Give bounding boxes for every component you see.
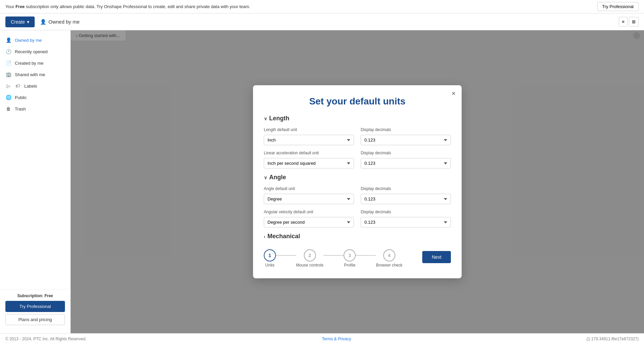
- label-folder-icon: 🏷: [15, 83, 21, 89]
- angle-decimals-select[interactable]: 0.1 0.12 0.123 0.1234: [361, 194, 451, 204]
- angle-chevron-icon: ∨: [264, 175, 267, 180]
- step-label-1: Units: [265, 263, 274, 268]
- try-professional-sidebar-button[interactable]: Try Professional: [5, 301, 65, 312]
- step-label-2: Mouse controls: [296, 263, 323, 268]
- sidebar-item-public[interactable]: 🌐 Public: [0, 92, 70, 103]
- page-footer: © 2013 - 2024, PTC Inc. All Rights Reser…: [0, 333, 644, 344]
- step-connector-3-4: [356, 255, 376, 256]
- list-view-button[interactable]: ≡: [619, 17, 628, 27]
- tag-icon: ▷: [5, 83, 11, 89]
- user-circle-icon: 👤: [5, 37, 11, 43]
- accel-decimals-group: Display decimals 0.1 0.12 0.123 0.1234: [361, 151, 451, 168]
- length-unit-select[interactable]: Inch Millimeter Centimeter Meter Foot Ya…: [264, 135, 354, 145]
- toolbar: Create ▾ 👤 Owned by me ≡ ⊞: [0, 13, 644, 30]
- step-circle-3: 3: [344, 249, 356, 261]
- sidebar-item-labels[interactable]: ▷ 🏷 Labels: [0, 80, 70, 92]
- globe-icon: 🌐: [5, 94, 11, 100]
- step-2: 2 Mouse controls: [296, 249, 323, 268]
- length-chevron-icon: ∨: [264, 116, 267, 121]
- user-icon: 👤: [40, 19, 46, 25]
- step-label-4: Browser check: [376, 263, 402, 268]
- step-3: 3 Profile: [344, 249, 356, 268]
- trash-icon: 🗑: [5, 106, 11, 112]
- angvel-unit-select[interactable]: Degree per second Radian per second: [264, 217, 354, 227]
- angle-decimals-label: Display decimals: [361, 186, 451, 191]
- step-circle-1: 1: [264, 249, 276, 261]
- length-decimals-label: Display decimals: [361, 127, 451, 132]
- length-decimals-group: Display decimals 0.1 0.12 0.123 0.1234: [361, 127, 451, 145]
- angle-unit-row: Angle default unit Degree Radian Display…: [264, 186, 451, 204]
- step-circle-2: 2: [304, 249, 316, 261]
- subscription-label: Subscription: Free: [5, 293, 65, 298]
- sidebar-item-trash[interactable]: 🗑 Trash: [0, 103, 70, 115]
- step-connector-2-3: [323, 255, 344, 256]
- angvel-decimals-group: Display decimals 0.1 0.12 0.123 0.1234: [361, 210, 451, 227]
- sidebar-item-owned-by-me[interactable]: 👤 Owned by me: [0, 34, 70, 46]
- clock-icon: 🕐: [5, 49, 11, 55]
- banner-text: Your Free subscription only allows publi…: [5, 4, 250, 9]
- accel-unit-group: Linear acceleration default unit Inch pe…: [264, 151, 354, 168]
- try-professional-top-button[interactable]: Try Professional: [597, 2, 639, 11]
- accel-unit-label: Linear acceleration default unit: [264, 151, 354, 155]
- building-icon: 🏢: [5, 71, 11, 77]
- angvel-unit-group: Angular velocity default unit Degree per…: [264, 210, 354, 227]
- angle-unit-group: Angle default unit Degree Radian: [264, 186, 354, 204]
- page-title: 👤 Owned by me: [40, 19, 80, 25]
- angle-decimals-group: Display decimals 0.1 0.12 0.123 0.1234: [361, 186, 451, 204]
- angvel-unit-row: Angular velocity default unit Degree per…: [264, 210, 451, 227]
- accel-decimals-label: Display decimals: [361, 151, 451, 155]
- length-unit-row: Length default unit Inch Millimeter Cent…: [264, 127, 451, 145]
- length-unit-group: Length default unit Inch Millimeter Cent…: [264, 127, 354, 145]
- modal-close-button[interactable]: ×: [452, 90, 456, 97]
- length-unit-label: Length default unit: [264, 127, 354, 132]
- modal-overlay: × Set your default units ∨ Length Length…: [71, 30, 644, 333]
- grid-icon: ⊞: [632, 19, 636, 24]
- plans-pricing-button[interactable]: Plans and pricing: [5, 314, 65, 325]
- step-4: 4 Browser check: [376, 249, 402, 268]
- angle-unit-select[interactable]: Degree Radian: [264, 194, 354, 204]
- set-default-units-modal: × Set your default units ∨ Length Length…: [253, 85, 462, 278]
- stepper: 1 Units 2 Mouse controls: [264, 249, 402, 268]
- step-1: 1 Units: [264, 249, 276, 268]
- dropdown-arrow-icon: ▾: [27, 19, 29, 25]
- sidebar-item-shared-with-me[interactable]: 🏢 Shared with me: [0, 69, 70, 80]
- accel-decimals-select[interactable]: 0.1 0.12 0.123 0.1234: [361, 158, 451, 168]
- angle-unit-label: Angle default unit: [264, 186, 354, 191]
- app-layout: 👤 Owned by me 🕐 Recently opened 📄 Create…: [0, 30, 644, 333]
- modal-footer: 1 Units 2 Mouse controls: [264, 247, 451, 268]
- next-button[interactable]: Next: [422, 251, 451, 263]
- sidebar-item-created-by-me[interactable]: 📄 Created by me: [0, 57, 70, 69]
- mechanical-chevron-icon: ›: [264, 234, 265, 239]
- length-decimals-select[interactable]: 0.1 0.12 0.123 0.1234: [361, 135, 451, 145]
- copyright: © 2013 - 2024, PTC Inc. All Rights Reser…: [5, 337, 86, 341]
- length-section-header[interactable]: ∨ Length: [264, 115, 451, 122]
- create-button[interactable]: Create ▾: [5, 17, 35, 27]
- step-label-3: Profile: [344, 263, 355, 268]
- sidebar: 👤 Owned by me 🕐 Recently opened 📄 Create…: [0, 30, 71, 333]
- free-word: Free: [15, 4, 25, 9]
- angle-section-header[interactable]: ∨ Angle: [264, 174, 451, 181]
- version-info: (1.179.34911.f6e17e872327): [586, 337, 639, 341]
- list-icon: ≡: [622, 19, 624, 24]
- document-icon: 📄: [5, 60, 11, 66]
- accel-unit-select[interactable]: Inch per second squared Meter per second…: [264, 158, 354, 168]
- view-toggle: ≡ ⊞: [619, 17, 639, 27]
- modal-title: Set your default units: [264, 96, 451, 107]
- terms-privacy-link[interactable]: Terms & Privacy: [322, 337, 351, 341]
- top-banner: Your Free subscription only allows publi…: [0, 0, 644, 13]
- step-circle-4: 4: [383, 249, 395, 261]
- angvel-unit-label: Angular velocity default unit: [264, 210, 354, 214]
- accel-unit-row: Linear acceleration default unit Inch pe…: [264, 151, 451, 168]
- grid-view-button[interactable]: ⊞: [629, 17, 639, 27]
- sidebar-bottom: Subscription: Free Try Professional Plan…: [0, 289, 70, 329]
- angvel-decimals-label: Display decimals: [361, 210, 451, 214]
- mechanical-section-header[interactable]: › Mechanical: [264, 233, 451, 240]
- angvel-decimals-select[interactable]: 0.1 0.12 0.123 0.1234: [361, 217, 451, 227]
- main-content: › Getting started with... ⓘ × Set your d…: [71, 30, 644, 333]
- step-connector-1-2: [276, 255, 296, 256]
- sidebar-item-recently-opened[interactable]: 🕐 Recently opened: [0, 46, 70, 57]
